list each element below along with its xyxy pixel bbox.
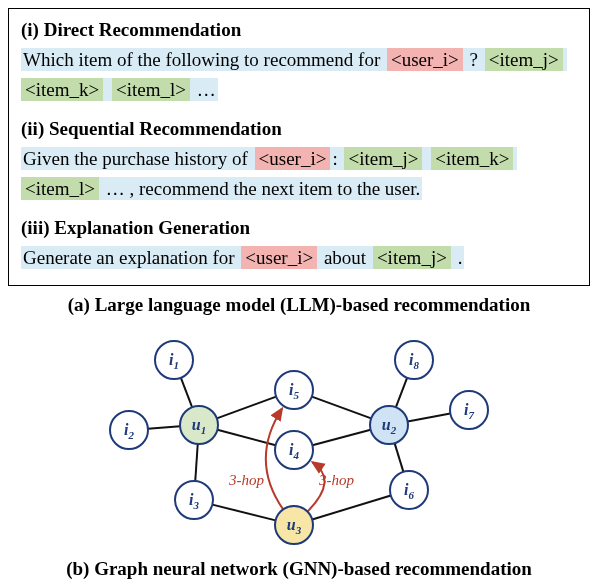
prompt-text (422, 147, 431, 170)
item-token: <item_k> (21, 78, 103, 101)
task-block: (ii) Sequential RecommendationGiven the … (21, 118, 577, 205)
prompt-text: . (451, 246, 465, 269)
graph-edge (148, 426, 180, 428)
panel-b-graph: 3-hop3-hopu1u2u3i1i2i3i4i5i6i7i8 (8, 330, 590, 550)
prompt-text: Given the purchase history of (21, 147, 255, 170)
graph-node-u3: u3 (275, 506, 313, 544)
task-title: (iii) Explanation Generation (21, 217, 577, 239)
graph-edge (396, 378, 407, 408)
prompt-text: : (330, 147, 344, 170)
user-token: <user_i> (255, 147, 331, 170)
graph-edge (312, 397, 371, 419)
graph-node-i2: i2 (110, 411, 148, 449)
prompt-text (513, 147, 517, 170)
graph-edge (195, 444, 197, 481)
item-token: <item_l> (112, 78, 190, 101)
panel-a-caption: (a) Large language model (LLM)-based rec… (8, 294, 590, 316)
graph-node-i3: i3 (175, 481, 213, 519)
prompt-text: Generate an explanation for (21, 246, 241, 269)
task-prompt: Which item of the following to recommend… (21, 45, 577, 106)
panel-b-caption: (b) Graph neural network (GNN)-based rec… (8, 558, 590, 580)
panel-a-box: (i) Direct RecommendationWhich item of t… (8, 8, 590, 286)
user-token: <user_i> (387, 48, 463, 71)
task-title: (i) Direct Recommendation (21, 19, 577, 41)
item-token: <item_k> (431, 147, 513, 170)
graph-node-i4: i4 (275, 431, 313, 469)
hop-label: 3-hop (318, 472, 354, 488)
task-block: (iii) Explanation GenerationGenerate an … (21, 217, 577, 273)
task-prompt: Generate an explanation for <user_i> abo… (21, 243, 577, 273)
graph-node-i7: i7 (450, 391, 488, 429)
prompt-text: Which item of the following to recommend… (21, 48, 387, 71)
graph-node-i6: i6 (390, 471, 428, 509)
prompt-text: … (190, 78, 218, 101)
gnn-graph-svg: 3-hop3-hopu1u2u3i1i2i3i4i5i6i7i8 (19, 330, 579, 550)
graph-edge (395, 443, 404, 472)
item-token: <item_l> (21, 177, 99, 200)
graph-node-i5: i5 (275, 371, 313, 409)
prompt-text (103, 78, 112, 101)
prompt-text: … , recommend the next item to the user. (99, 177, 422, 200)
user-token: <user_i> (241, 246, 317, 269)
graph-edge (312, 495, 391, 519)
task-title: (ii) Sequential Recommendation (21, 118, 577, 140)
graph-edge (217, 397, 276, 419)
task-prompt: Given the purchase history of <user_i>: … (21, 144, 577, 205)
task-block: (i) Direct RecommendationWhich item of t… (21, 19, 577, 106)
prompt-text: ? (463, 48, 485, 71)
graph-edge (212, 505, 275, 521)
graph-node-u2: u2 (370, 406, 408, 444)
item-token: <item_j> (344, 147, 422, 170)
hop-label: 3-hop (228, 472, 264, 488)
graph-edge (408, 413, 451, 421)
graph-node-u1: u1 (180, 406, 218, 444)
item-token: <item_j> (485, 48, 563, 71)
graph-node-i1: i1 (155, 341, 193, 379)
graph-edge (312, 430, 370, 445)
graph-node-i8: i8 (395, 341, 433, 379)
graph-edge (181, 378, 192, 408)
prompt-text (563, 48, 567, 71)
item-token: <item_j> (373, 246, 451, 269)
prompt-text: about (317, 246, 373, 269)
